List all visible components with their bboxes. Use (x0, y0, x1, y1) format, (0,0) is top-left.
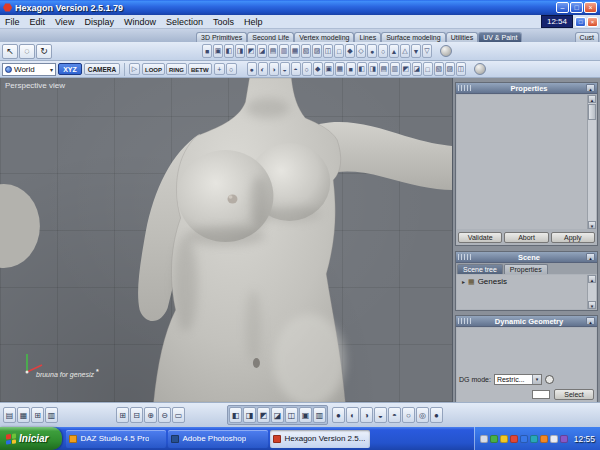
uv-tool-icon[interactable]: ◒ (280, 62, 290, 76)
orbit-icon[interactable]: ↻ (36, 44, 52, 59)
tray-orange-icon[interactable] (540, 435, 548, 443)
view-tool-icon[interactable]: ▣ (299, 407, 312, 423)
add-icon[interactable]: + (214, 63, 225, 75)
scene-tab[interactable]: Properties (504, 264, 548, 274)
lasso-icon[interactable]: ◌ (19, 44, 35, 59)
tray-yellow-icon[interactable] (500, 435, 508, 443)
loop-button[interactable]: LOOP (142, 63, 165, 75)
uv-tool-icon[interactable]: ◑ (269, 62, 279, 76)
between-button[interactable]: BETW (188, 63, 212, 75)
shading-tool-icon[interactable]: ◐ (346, 407, 359, 423)
scene-tab[interactable]: Scene tree (457, 264, 503, 274)
modeling-tool-icon[interactable]: □ (334, 44, 344, 58)
menu-item[interactable]: File (0, 17, 25, 27)
validate-button[interactable]: Validate (458, 232, 502, 243)
uv-tool-icon[interactable]: ◐ (258, 62, 268, 76)
ring-button[interactable]: RING (166, 63, 187, 75)
scroll-thumb[interactable] (588, 104, 596, 120)
close-button[interactable]: × (584, 2, 597, 13)
model-figure[interactable] (0, 78, 452, 402)
modeling-tool-icon[interactable]: ▲ (389, 44, 399, 58)
modeling-tool-icon[interactable]: ● (367, 44, 377, 58)
tray-purple-icon[interactable] (560, 435, 568, 443)
modeling-tool-icon[interactable]: ○ (378, 44, 388, 58)
scroll-up-icon[interactable]: ▴ (588, 95, 596, 103)
display-tool-icon[interactable]: ▤ (3, 407, 16, 423)
uv-tool-icon[interactable]: ◆ (313, 62, 323, 76)
modeling-tool-icon[interactable]: ■ (202, 44, 212, 58)
dg-reset-icon[interactable] (545, 375, 554, 384)
panel-collapse-button[interactable]: ▴ (586, 84, 595, 92)
circle-icon[interactable]: ○ (226, 63, 237, 75)
view-tool-icon[interactable]: ◧ (229, 407, 242, 423)
uv-tool-icon[interactable]: ▣ (324, 62, 334, 76)
scene-tree-item-genesis[interactable]: ▸ ▦ Genesis (457, 275, 596, 286)
zoom-tool-icon[interactable]: ▭ (172, 407, 185, 423)
tray-green-icon[interactable] (490, 435, 498, 443)
close-button[interactable]: × (587, 17, 598, 27)
uv-tool-icon[interactable]: □ (423, 62, 433, 76)
zoom-tool-icon[interactable]: ⊟ (130, 407, 143, 423)
xyz-button[interactable]: XYZ (58, 63, 82, 75)
tray-teal-icon[interactable] (530, 435, 538, 443)
uv-tool-icon[interactable]: ○ (302, 62, 312, 76)
zoom-tool-icon[interactable]: ⊕ (144, 407, 157, 423)
pen-tool-icon[interactable]: ▷ (129, 63, 140, 75)
scrollbar[interactable]: ▴ ▾ (587, 95, 596, 229)
task-photoshop[interactable]: Adobe Photoshop (168, 430, 268, 448)
uv-tool-icon[interactable]: ◩ (401, 62, 411, 76)
menu-item[interactable]: Help (239, 17, 268, 27)
modeling-tool-icon[interactable]: ▦ (290, 44, 300, 58)
titlebar[interactable]: Hexagon Version 2.5.1.79 –□× (0, 0, 600, 15)
modeling-tool-icon[interactable]: ◩ (246, 44, 256, 58)
scroll-up-icon[interactable]: ▴ (588, 275, 596, 283)
dg-mode-select[interactable]: Restric... ▾ (494, 374, 542, 385)
display-tool-icon[interactable]: ⊞ (31, 407, 44, 423)
tray-blue-icon[interactable] (520, 435, 528, 443)
shading-tool-icon[interactable]: ◑ (360, 407, 373, 423)
uv-tool-icon[interactable]: ▧ (434, 62, 444, 76)
zoom-tool-icon[interactable]: ⊞ (116, 407, 129, 423)
menu-item[interactable]: Window (119, 17, 161, 27)
ribbon-tab[interactable]: Lines (354, 32, 381, 42)
maximize-button[interactable]: □ (570, 2, 583, 13)
uv-tool-icon[interactable]: ▤ (379, 62, 389, 76)
display-tool-icon[interactable]: ▦ (17, 407, 30, 423)
ribbon-tab[interactable]: Vertex modeling (294, 32, 354, 42)
world-mode-select[interactable]: World ▾ (2, 63, 56, 76)
menu-item[interactable]: Selection (161, 17, 208, 27)
uv-tool-icon[interactable]: ▦ (335, 62, 345, 76)
modeling-tool-icon[interactable]: △ (400, 44, 410, 58)
scene-panel-header[interactable]: Scene ▴ (456, 252, 597, 263)
minimize-button[interactable]: – (556, 2, 569, 13)
modeling-tool-icon[interactable]: ◆ (345, 44, 355, 58)
menu-item[interactable]: Edit (25, 17, 51, 27)
uv-tool-icon[interactable]: ◓ (291, 62, 301, 76)
3d-viewport[interactable]: Perspective view bruuna for genesiz* (0, 78, 453, 402)
select-button[interactable]: Select (554, 389, 594, 400)
view-tool-icon[interactable]: ◫ (285, 407, 298, 423)
tray-white-icon[interactable] (550, 435, 558, 443)
panel-collapse-button[interactable]: ▴ (586, 317, 595, 325)
shading-tool-icon[interactable]: ● (332, 407, 345, 423)
task-hexagon[interactable]: Hexagon Version 2.5... (270, 430, 370, 448)
modeling-tool-icon[interactable]: ▥ (279, 44, 289, 58)
shading-tool-icon[interactable]: ◒ (374, 407, 387, 423)
modeling-tool-icon[interactable]: ◧ (224, 44, 234, 58)
dropdown-arrow-icon[interactable]: ▾ (532, 375, 541, 384)
uv-tool-icon[interactable]: ● (247, 62, 257, 76)
expand-icon[interactable]: ▸ (462, 278, 465, 285)
restore-button[interactable]: □ (575, 17, 586, 27)
abort-button[interactable]: Abort (504, 232, 548, 243)
task-daz-studio[interactable]: DAZ Studio 4.5 Pro (66, 430, 166, 448)
shading-tool-icon[interactable]: ○ (402, 407, 415, 423)
modeling-tool-icon[interactable]: ◫ (323, 44, 333, 58)
modeling-tool-icon[interactable]: ◨ (235, 44, 245, 58)
uv-tool-icon[interactable]: ◫ (456, 62, 466, 76)
menu-item[interactable]: View (50, 17, 79, 27)
menu-item[interactable]: Tools (208, 17, 239, 27)
ribbon-tab[interactable]: Surface modeling (381, 32, 445, 42)
panel-collapse-button[interactable]: ▴ (586, 253, 595, 261)
view-tool-icon[interactable]: ◪ (271, 407, 284, 423)
modeling-tool-icon[interactable]: ▤ (268, 44, 278, 58)
